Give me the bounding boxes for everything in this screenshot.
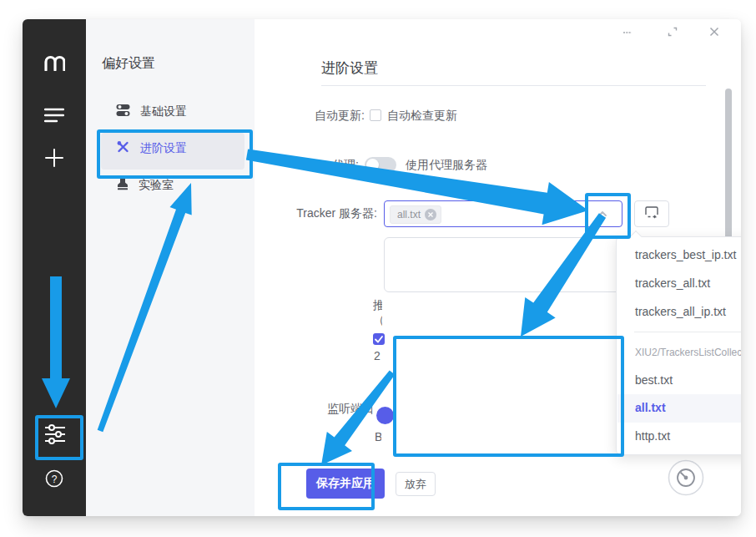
app-window: ? 偏好设置 基础设置 [23,19,741,516]
chevron-up-icon[interactable] [596,207,609,224]
dropdown-item[interactable]: trackers_all.txt [635,276,710,290]
dropdown-group-label: XIU2/TrackersListCollection [635,347,741,358]
hint-fragment-left2: （ [373,313,382,328]
help-icon[interactable]: ? [45,469,63,491]
tracker-dropdown: trackers_best_ip.txt trackers_all.txt tr… [616,236,741,455]
sync-checkbox-fragment [373,333,385,345]
dropdown-divider [634,332,741,332]
letter-fragment: B [375,430,381,443]
motrix-logo-icon [43,54,65,74]
tools-icon [116,140,130,157]
hint-fragment-left1: 推 [373,298,382,313]
tracker-tag: all.txt [390,205,441,224]
sidebar-item-advanced-settings[interactable]: 进阶设置 [116,140,187,157]
settings-sliders-icon[interactable] [43,424,67,448]
close-button[interactable] [704,22,724,42]
listen-port-badge-fragment [376,407,394,424]
lab-stamp-icon [117,177,129,194]
proxy-label: 代理: [256,158,359,173]
sidebar-item-label: 实验室 [139,178,174,193]
dropdown-item[interactable]: trackers_best_ip.txt [635,248,736,261]
sidebar-item-basic-settings[interactable]: 基础设置 [116,104,187,120]
proxy-switch[interactable] [365,157,396,173]
switch-knob [366,159,379,171]
svg-text:?: ? [52,474,58,485]
page-title: 进阶设置 [321,58,378,78]
title-divider [321,85,706,86]
dropdown-item[interactable]: http.txt [635,429,670,443]
tag-close-icon[interactable] [425,209,436,220]
tracker-server-label: Tracker 服务器: [256,206,377,221]
preferences-panel: 偏好设置 基础设置 进阶设置 [86,19,255,516]
speed-gauge-icon[interactable] [668,459,704,499]
task-list-icon[interactable] [44,108,64,126]
sidebar-item-lab[interactable]: 实验室 [117,177,174,194]
app-sidebar: ? [23,19,86,516]
preferences-title: 偏好设置 [102,55,155,73]
discard-button[interactable]: 放弃 [396,472,436,496]
proxy-switch-label: 使用代理服务器 [406,158,487,173]
count-fragment: 2 [374,349,382,362]
tracker-tag-label: all.txt [397,209,421,220]
auto-update-label: 自动更新: [256,109,365,124]
sync-icon [644,205,659,222]
auto-update-checkbox[interactable] [370,109,381,121]
toggles-icon [116,104,130,120]
add-task-icon[interactable] [45,149,63,170]
dropdown-item-selected[interactable]: all.txt [635,401,666,414]
sync-trackers-button[interactable] [634,200,669,227]
save-apply-button[interactable]: 保存并应用 [306,469,385,499]
sidebar-item-label: 进阶设置 [140,141,187,156]
dropdown-item[interactable]: trackers_all_ip.txt [635,305,726,318]
dropdown-item[interactable]: best.txt [635,373,673,387]
auto-update-checkbox-label: 自动检查更新 [387,109,457,124]
minimize-button[interactable] [617,22,638,42]
maximize-button[interactable] [663,22,683,42]
sidebar-item-label: 基础设置 [140,104,187,119]
listen-port-label: 监听端口 [327,402,374,417]
advanced-settings-pane: 进阶设置 自动更新: 自动检查更新 代理: 使用代理服务器 Tracker 服务… [255,19,741,516]
